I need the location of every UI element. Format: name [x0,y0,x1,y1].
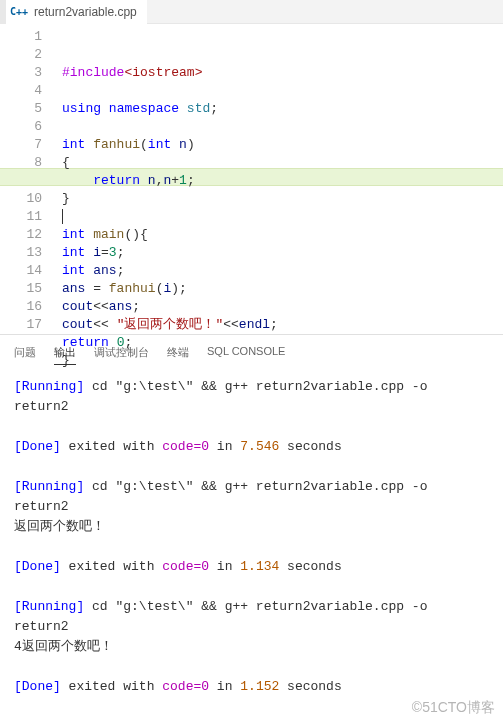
line-number: 7 [0,136,62,154]
output-running-line: [Running] cd "g:\test\" && g++ return2va… [14,597,489,637]
output-done-line: [Done] exited with code=0 in 1.152 secon… [14,677,489,697]
code-line[interactable]: ans = fanhui(i); [62,280,503,298]
line-number: 16 [0,298,62,316]
line-number: 2 [0,46,62,64]
editor-tab-bar: C++ return2variable.cpp [0,0,503,24]
code-line[interactable]: } [62,190,503,208]
output-running-line: [Running] cd "g:\test\" && g++ return2va… [14,477,489,517]
line-number: 14 [0,262,62,280]
line-number: 13 [0,244,62,262]
code-line[interactable]: int ans; [62,262,503,280]
tab-filename: return2variable.cpp [34,5,137,19]
output-done-line: [Done] exited with code=0 in 7.546 secon… [14,437,489,457]
activity-strip [0,0,6,24]
code-line[interactable]: int fanhui(int n) [62,136,503,154]
code-line[interactable]: int main(){ [62,226,503,244]
panel-tab-问题[interactable]: 问题 [14,345,36,365]
cpp-icon: C++ [10,6,28,17]
line-number: 1 [0,28,62,46]
line-number: 3 [0,64,62,82]
code-line[interactable]: int i=3; [62,244,503,262]
code-line[interactable]: cout<< "返回两个数吧！"<<endl; [62,316,503,334]
code-line[interactable]: using namespace std; [62,100,503,118]
line-number: 15 [0,280,62,298]
code-line[interactable]: #include<iostream> [62,64,503,82]
program-output: 返回两个数吧！ [14,517,489,537]
code-line[interactable] [62,82,503,100]
output-terminal[interactable]: [Running] cd "g:\test\" && g++ return2va… [0,371,503,723]
program-output: 4返回两个数吧！ [14,637,489,657]
code-line[interactable] [62,118,503,136]
code-line[interactable]: { [62,154,503,172]
code-line[interactable]: } [62,352,503,370]
code-line[interactable]: return 0; [62,334,503,352]
line-number: 12 [0,226,62,244]
editor-tab-active[interactable]: C++ return2variable.cpp [4,0,147,24]
code-editor[interactable]: 1234567891011121314151617 #include<iostr… [0,24,503,334]
line-number: 17 [0,316,62,334]
line-number: 5 [0,100,62,118]
text-cursor [62,209,63,224]
line-number: 4 [0,82,62,100]
line-number: 10 [0,190,62,208]
line-number: 11 [0,208,62,226]
code-line[interactable]: return n,n+1; [62,172,503,190]
output-done-line: [Done] exited with code=0 in 1.134 secon… [14,557,489,577]
code-area[interactable]: #include<iostream>using namespace std;in… [62,24,503,334]
code-line[interactable]: cout<<ans; [62,298,503,316]
line-number: 6 [0,118,62,136]
code-line[interactable] [62,208,503,226]
